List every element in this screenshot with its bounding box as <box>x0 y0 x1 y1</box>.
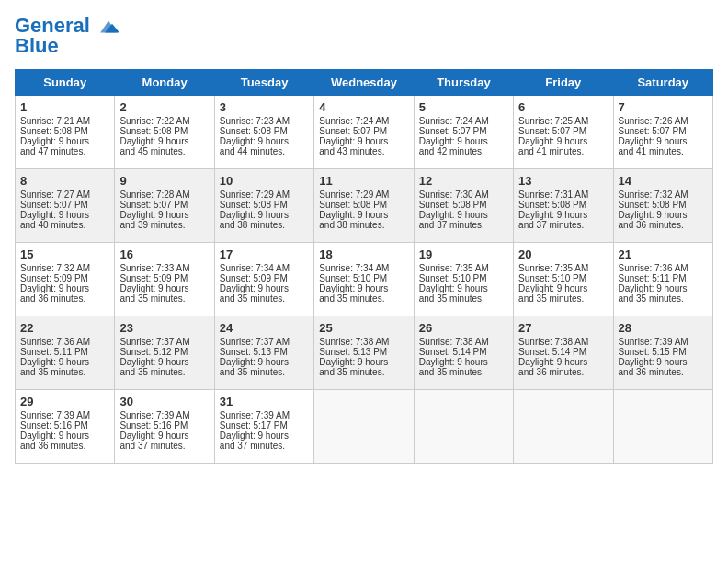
day-info-line: Sunset: 5:08 PM <box>20 126 109 136</box>
day-info-line: Sunrise: 7:25 AM <box>518 116 608 126</box>
day-number: 28 <box>619 321 708 335</box>
day-info-line: Daylight: 9 hours <box>518 210 608 220</box>
day-info-line: and 35 minutes. <box>119 367 209 377</box>
header-cell-sunday: Sunday <box>16 70 115 96</box>
calendar-cell: 20Sunrise: 7:35 AMSunset: 5:10 PMDayligh… <box>514 243 613 316</box>
day-info-line: Daylight: 9 hours <box>518 357 608 367</box>
day-number: 2 <box>119 100 209 114</box>
day-number: 3 <box>220 100 309 114</box>
header: General Blue <box>15 15 713 58</box>
day-info-line: Sunset: 5:14 PM <box>518 347 608 357</box>
day-info-line: Daylight: 9 hours <box>220 357 309 367</box>
calendar-cell: 3Sunrise: 7:23 AMSunset: 5:08 PMDaylight… <box>214 96 313 169</box>
day-info-line: Sunset: 5:10 PM <box>319 273 408 283</box>
day-info-line: Sunset: 5:08 PM <box>220 200 309 210</box>
day-info-line: Daylight: 9 hours <box>319 283 408 293</box>
day-info-line: Sunrise: 7:39 AM <box>20 410 109 420</box>
day-info-line: and 36 minutes. <box>619 367 708 377</box>
day-info-line: Daylight: 9 hours <box>119 431 209 441</box>
day-info-line: and 39 minutes. <box>119 220 209 230</box>
day-info-line: Sunset: 5:08 PM <box>319 200 408 210</box>
day-info-line: Sunrise: 7:39 AM <box>619 337 708 347</box>
day-info-line: Sunrise: 7:26 AM <box>619 116 708 126</box>
calendar-cell: 30Sunrise: 7:39 AMSunset: 5:16 PMDayligh… <box>115 390 214 464</box>
day-info-line: and 40 minutes. <box>20 220 109 230</box>
day-info-line: Daylight: 9 hours <box>119 283 209 293</box>
day-info-line: Sunset: 5:10 PM <box>419 273 508 283</box>
day-number: 29 <box>20 395 109 408</box>
day-info-line: Daylight: 9 hours <box>220 136 309 146</box>
day-info-line: Sunset: 5:11 PM <box>20 347 109 357</box>
day-info-line: Daylight: 9 hours <box>319 136 408 146</box>
calendar-cell: 17Sunrise: 7:34 AMSunset: 5:09 PMDayligh… <box>214 243 313 316</box>
day-info-line: Sunset: 5:09 PM <box>119 273 209 283</box>
calendar-cell: 7Sunrise: 7:26 AMSunset: 5:07 PMDaylight… <box>613 96 712 169</box>
day-number: 11 <box>319 174 408 188</box>
header-cell-friday: Friday <box>514 70 613 96</box>
day-info-line: and 35 minutes. <box>419 293 508 304</box>
calendar-cell: 24Sunrise: 7:37 AMSunset: 5:13 PMDayligh… <box>214 316 313 390</box>
day-info-line: Daylight: 9 hours <box>20 357 109 367</box>
day-info-line: Daylight: 9 hours <box>619 210 708 220</box>
day-info-line: and 45 minutes. <box>119 146 209 156</box>
day-info-line: and 35 minutes. <box>220 293 309 304</box>
day-info-line: Sunset: 5:08 PM <box>419 200 508 210</box>
day-info-line: Daylight: 9 hours <box>220 283 309 293</box>
day-info-line: Sunset: 5:15 PM <box>619 347 708 357</box>
header-cell-monday: Monday <box>115 70 214 96</box>
day-number: 13 <box>518 174 608 188</box>
day-number: 18 <box>319 247 408 261</box>
day-info-line: Sunrise: 7:32 AM <box>619 190 708 200</box>
day-info-line: Daylight: 9 hours <box>20 431 109 441</box>
day-number: 26 <box>419 321 508 335</box>
day-info-line: and 37 minutes. <box>518 220 608 230</box>
day-info-line: Sunrise: 7:24 AM <box>319 116 408 126</box>
day-info-line: Sunrise: 7:34 AM <box>220 263 309 273</box>
day-info-line: Sunrise: 7:36 AM <box>619 263 708 273</box>
day-info-line: Sunrise: 7:29 AM <box>220 190 309 200</box>
header-cell-wednesday: Wednesday <box>314 70 414 96</box>
day-info-line: Sunrise: 7:27 AM <box>20 190 109 200</box>
day-info-line: Sunset: 5:12 PM <box>119 347 209 357</box>
day-info-line: Sunset: 5:16 PM <box>119 420 209 431</box>
day-info-line: Sunrise: 7:28 AM <box>119 190 209 200</box>
day-info-line: Sunset: 5:08 PM <box>220 126 309 136</box>
day-info-line: and 35 minutes. <box>119 293 209 304</box>
day-info-line: Sunrise: 7:32 AM <box>20 263 109 273</box>
calendar-cell: 19Sunrise: 7:35 AMSunset: 5:10 PMDayligh… <box>414 243 513 316</box>
calendar-cell: 26Sunrise: 7:38 AMSunset: 5:14 PMDayligh… <box>414 316 513 390</box>
day-info-line: and 37 minutes. <box>220 441 309 451</box>
day-info-line: and 35 minutes. <box>619 293 708 304</box>
day-info-line: and 35 minutes. <box>319 293 408 304</box>
day-info-line: Sunrise: 7:39 AM <box>220 410 309 420</box>
day-info-line: Sunset: 5:09 PM <box>20 273 109 283</box>
day-number: 20 <box>518 247 608 261</box>
day-info-line: Sunset: 5:09 PM <box>220 273 309 283</box>
day-number: 24 <box>220 321 309 335</box>
calendar-table: SundayMondayTuesdayWednesdayThursdayFrid… <box>15 69 713 464</box>
calendar-cell: 5Sunrise: 7:24 AMSunset: 5:07 PMDaylight… <box>414 96 513 169</box>
day-number: 10 <box>220 174 309 188</box>
day-number: 19 <box>419 247 508 261</box>
day-info-line: Sunrise: 7:38 AM <box>419 337 508 347</box>
day-number: 16 <box>119 247 209 261</box>
day-info-line: and 43 minutes. <box>319 146 408 156</box>
day-info-line: Sunset: 5:07 PM <box>20 200 109 210</box>
calendar-cell: 14Sunrise: 7:32 AMSunset: 5:08 PMDayligh… <box>613 169 712 243</box>
calendar-cell: 9Sunrise: 7:28 AMSunset: 5:07 PMDaylight… <box>115 169 214 243</box>
day-info-line: Sunrise: 7:30 AM <box>419 190 508 200</box>
day-info-line: Sunrise: 7:21 AM <box>20 116 109 126</box>
day-info-line: Sunrise: 7:35 AM <box>518 263 608 273</box>
day-number: 27 <box>518 321 608 335</box>
calendar-body: 1Sunrise: 7:21 AMSunset: 5:08 PMDaylight… <box>16 96 713 464</box>
day-number: 15 <box>20 247 109 261</box>
day-number: 25 <box>319 321 408 335</box>
week-row: 15Sunrise: 7:32 AMSunset: 5:09 PMDayligh… <box>16 243 713 316</box>
day-number: 12 <box>419 174 508 188</box>
day-info-line: and 35 minutes. <box>518 293 608 304</box>
week-row: 22Sunrise: 7:36 AMSunset: 5:11 PMDayligh… <box>16 316 713 390</box>
day-info-line: Daylight: 9 hours <box>319 210 408 220</box>
day-number: 4 <box>319 100 408 114</box>
day-number: 22 <box>20 321 109 335</box>
day-info-line: Sunset: 5:07 PM <box>518 126 608 136</box>
